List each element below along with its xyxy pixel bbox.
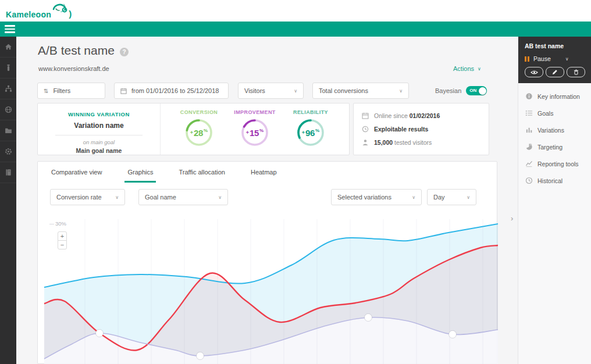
experiments-icon[interactable] <box>0 58 16 78</box>
logo-text: Kameleoon <box>6 10 51 19</box>
nav-label: Reporting tools <box>537 160 579 167</box>
site-url: www.konversionskraft.de <box>38 65 109 72</box>
date-range-value: from 01/01/2016 to 25/12/2018 <box>131 87 219 94</box>
calendar-icon <box>120 88 127 94</box>
conversion-gauge: CONVERSION +28% <box>171 109 227 155</box>
gauge-value: +28% <box>184 118 213 147</box>
chart-marker[interactable] <box>197 352 204 360</box>
nav-label: Variations <box>537 127 564 134</box>
chart-marker[interactable] <box>96 330 104 337</box>
tab-traffic-allocation[interactable]: Traffic allocation <box>176 167 227 183</box>
home-icon[interactable] <box>0 37 16 58</box>
goals-icon <box>525 109 533 117</box>
targeting-icon <box>525 143 533 151</box>
gauge-donut: +28% <box>184 118 213 147</box>
winning-heading: WINNING VARIATION <box>68 111 130 117</box>
collapse-panel-chevron[interactable]: › <box>511 214 513 223</box>
chevron-down-icon: ∨ <box>565 56 569 62</box>
gauge-donut: +96% <box>296 118 325 147</box>
visitors-value: Visitors <box>244 87 265 94</box>
nav-targeting[interactable]: Targeting <box>518 138 591 155</box>
pause-label: Pause <box>533 55 551 62</box>
chart-marker[interactable] <box>449 331 457 338</box>
sitemap-icon[interactable] <box>0 78 16 99</box>
nav-variations[interactable]: Variations <box>518 122 591 138</box>
chevron-down-icon: ∨ <box>218 195 222 200</box>
tab-heatmap[interactable]: Heatmap <box>248 167 280 183</box>
bayesian-toggle[interactable]: ON <box>466 86 487 95</box>
chevron-down-icon: ∨ <box>467 195 470 200</box>
gauges-row: CONVERSION +28% IMPROVEMENT <box>161 104 349 155</box>
actions-menu-button[interactable]: Actions ∨ <box>453 65 481 72</box>
top-bar: Kameleoon ) <box>0 0 591 22</box>
status-icon <box>362 126 369 133</box>
visitors-dropdown[interactable]: Visitors ∨ <box>238 83 304 99</box>
winning-goal-name: Main goal name <box>76 147 122 154</box>
nav-historical[interactable]: Historical <box>518 172 591 189</box>
globe-icon[interactable] <box>0 99 16 120</box>
actions-label: Actions <box>453 65 474 72</box>
goal-value: Goal name <box>145 194 176 201</box>
eye-icon <box>531 70 538 75</box>
bayesian-control: Bayesian ON <box>435 86 487 95</box>
tab-graphics[interactable]: Graphics <box>124 167 156 183</box>
test-action-buttons <box>525 67 585 77</box>
help-icon[interactable]: ? <box>120 48 129 56</box>
library-icon[interactable] <box>0 162 16 183</box>
edit-button[interactable] <box>546 67 564 77</box>
nav-label: Goals <box>537 110 553 117</box>
gauge-value: +15% <box>240 118 269 147</box>
metric-dropdown[interactable]: Conversion rate ∨ <box>50 189 125 205</box>
preview-button[interactable] <box>525 67 543 77</box>
date-range-picker[interactable]: from 01/01/2016 to 25/12/2018 <box>114 83 229 99</box>
variations-value: Selected variations <box>337 194 391 201</box>
chart-marker[interactable] <box>365 314 372 322</box>
kameleoon-logo[interactable]: Kameleoon ) <box>6 2 72 19</box>
granularity-value: Day <box>433 194 445 201</box>
online-since-row: Online since 01/02/2016 <box>362 112 489 119</box>
settings-icon[interactable] <box>0 141 16 162</box>
conversions-value: Total conversions <box>319 87 368 94</box>
goal-dropdown[interactable]: Goal name ∨ <box>138 189 228 205</box>
improvement-gauge: IMPROVEMENT +15% <box>227 109 283 155</box>
right-sidebar: AB test name Pause ∨ Key information Goa… <box>518 37 591 364</box>
reporting-icon <box>525 160 533 167</box>
hamburger-menu-icon[interactable] <box>5 25 15 33</box>
filters-button[interactable]: ⇅ Filters <box>37 83 105 99</box>
results-panel: Comparative view Graphics Traffic alloca… <box>37 161 497 364</box>
variations-dropdown[interactable]: Selected variations ∨ <box>331 189 422 205</box>
winning-variation-summary: WINNING VARIATION Variation name on main… <box>38 104 161 155</box>
chevron-down-icon: ∨ <box>115 195 119 200</box>
app-bar <box>0 22 591 37</box>
gauge-label: IMPROVEMENT <box>234 109 275 115</box>
test-nav: Key information Goals Variations Targeti… <box>518 88 591 189</box>
divider <box>55 135 143 135</box>
gauge-donut: +15% <box>240 118 269 147</box>
toggle-knob <box>479 87 486 95</box>
nav-label: Targeting <box>537 144 562 151</box>
winning-subtext: on main goal <box>83 139 115 145</box>
nav-goals[interactable]: Goals <box>518 105 591 122</box>
granularity-dropdown[interactable]: Day ∨ <box>427 189 476 205</box>
delete-button[interactable] <box>567 67 585 77</box>
exploitable-results-row: Exploitable results <box>362 126 489 133</box>
nav-key-information[interactable]: Key information <box>518 88 591 105</box>
sliders-icon: ⇅ <box>44 88 48 94</box>
visitors-icon <box>362 139 369 146</box>
chameleon-icon <box>51 2 69 19</box>
folder-icon[interactable] <box>0 120 16 141</box>
chevron-down-icon: ∨ <box>478 66 481 72</box>
left-sidebar <box>0 37 16 364</box>
pause-button[interactable]: Pause ∨ <box>525 55 585 62</box>
nav-reporting-tools[interactable]: Reporting tools <box>518 155 591 172</box>
gauge-label: RELIABILITY <box>293 109 328 115</box>
trash-icon <box>574 69 579 75</box>
conversions-dropdown[interactable]: Total conversions ∨ <box>312 83 409 99</box>
tab-comparative-view[interactable]: Comparative view <box>48 167 105 183</box>
winning-variation-name: Variation name <box>74 122 123 130</box>
chevron-down-icon: ∨ <box>412 195 415 200</box>
page-title: A/B test name <box>38 44 115 58</box>
test-details-card: Online since 01/02/2016 Exploitable resu… <box>353 103 489 155</box>
historical-icon <box>525 177 533 184</box>
nav-label: Historical <box>537 177 562 184</box>
